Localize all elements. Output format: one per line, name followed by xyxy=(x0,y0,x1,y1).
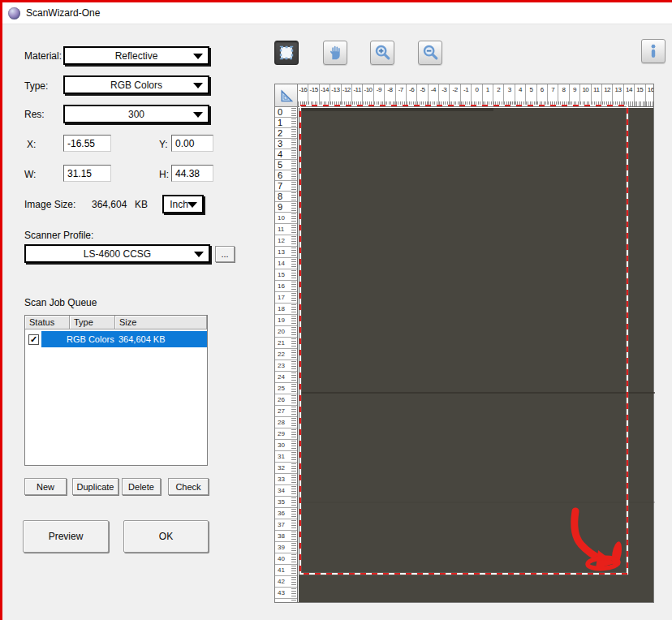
scanner-profile-combo[interactable]: LS-4600 CCSG xyxy=(24,244,210,263)
queue-row-checkbox[interactable]: ✓ xyxy=(28,334,39,345)
h-ruler-tick: 8 xyxy=(558,84,569,106)
v-ruler-tick: 31 xyxy=(275,451,297,463)
v-ruler-tick: 37 xyxy=(275,519,297,531)
queue-row[interactable]: ✓RGB Colors364,604 KB xyxy=(25,331,207,347)
v-ruler-tick: 36 xyxy=(275,508,297,519)
h-ruler-tick: -5 xyxy=(417,84,428,106)
image-size-value: 364,604 xyxy=(92,199,127,210)
v-ruler-tick: 3 xyxy=(275,139,297,149)
v-ruler-tick: 2 xyxy=(275,128,297,139)
v-ruler-tick: 4 xyxy=(275,149,297,160)
title-bar: ScanWizard-One xyxy=(2,2,672,24)
v-ruler-tick: 20 xyxy=(275,326,297,338)
w-label: W: xyxy=(24,169,36,180)
h-ruler-tick: 14 xyxy=(624,84,635,106)
vertical-ruler: 0123456789101112131415161718192021222324… xyxy=(275,107,298,602)
w-input[interactable] xyxy=(63,165,111,182)
v-ruler-tick: 33 xyxy=(275,474,297,485)
v-ruler-tick: 11 xyxy=(275,224,297,235)
annotation-border-left xyxy=(0,0,2,620)
queue-table-body: ✓RGB Colors364,604 KB xyxy=(25,331,207,347)
v-ruler-tick: 9 xyxy=(275,202,297,213)
v-ruler-tick: 12 xyxy=(275,235,297,247)
h-ruler-tick: 11 xyxy=(592,84,602,106)
v-ruler-tick: 30 xyxy=(275,440,297,451)
h-ruler-tick: -11 xyxy=(352,84,363,106)
h-ruler-tick: -14 xyxy=(320,84,330,106)
scan-preview-canvas[interactable] xyxy=(299,108,653,602)
queue-row-type: RGB Colors xyxy=(67,334,114,344)
hand-icon xyxy=(326,44,344,62)
h-input[interactable] xyxy=(171,165,213,182)
h-ruler-tick: -16 xyxy=(298,84,308,106)
unit-combo[interactable]: Inch xyxy=(162,195,204,213)
zoom-in-tool[interactable] xyxy=(370,41,394,65)
x-input[interactable] xyxy=(63,135,111,152)
h-ruler-tick: 12 xyxy=(602,84,613,106)
scanner-profile-label: Scanner Profile: xyxy=(24,230,93,241)
v-ruler-tick: 32 xyxy=(275,463,297,474)
delete-button[interactable]: Delete xyxy=(122,478,161,495)
column-header-size[interactable]: Size xyxy=(115,316,207,329)
queue-row-selection[interactable]: RGB Colors364,604 KB xyxy=(41,331,207,347)
h-ruler-tick: -13 xyxy=(330,84,341,106)
pan-hand-tool[interactable] xyxy=(323,41,347,65)
v-ruler-tick: 29 xyxy=(275,428,297,440)
scan-job-queue-table: Status Type Size ✓RGB Colors364,604 KB xyxy=(24,315,208,466)
marquee-select-tool[interactable] xyxy=(274,41,299,65)
v-ruler-tick: 25 xyxy=(275,383,297,394)
check-button[interactable]: Check xyxy=(168,478,209,495)
new-button[interactable]: New xyxy=(24,478,67,495)
v-ruler-tick: 23 xyxy=(275,360,297,372)
h-ruler-tick: -12 xyxy=(342,84,352,106)
ruler-corner-box[interactable] xyxy=(275,84,298,107)
v-ruler-tick: 0 xyxy=(275,107,297,118)
zoom-out-icon xyxy=(421,44,439,62)
v-ruler-tick: 10 xyxy=(275,213,297,224)
v-ruler-tick: 22 xyxy=(275,349,297,360)
v-ruler-tick: 5 xyxy=(275,160,297,170)
v-ruler-tick: 34 xyxy=(275,485,297,497)
image-size-unit: KB xyxy=(135,199,148,210)
h-ruler-tick: 10 xyxy=(580,84,591,106)
scan-job-queue-label: Scan Job Queue xyxy=(24,297,97,308)
v-ruler-tick: 44 xyxy=(275,599,297,602)
column-header-type[interactable]: Type xyxy=(70,316,115,329)
horizontal-ruler: -16-15-14-13-12-11-10-9-8-7-6-5-4-3-2-10… xyxy=(298,84,653,107)
v-ruler-tick: 41 xyxy=(275,565,297,576)
type-combo[interactable]: RGB Colors xyxy=(63,75,209,94)
column-header-status[interactable]: Status xyxy=(25,316,70,329)
v-ruler-tick: 35 xyxy=(275,497,297,508)
h-ruler-tick: -15 xyxy=(308,84,319,106)
h-ruler-tick: -6 xyxy=(407,84,417,106)
h-ruler-tick: -10 xyxy=(363,84,373,106)
h-ruler-tick: 6 xyxy=(537,84,548,106)
h-ruler-tick: -4 xyxy=(429,84,439,106)
chevron-down-icon xyxy=(194,252,204,257)
h-ruler-tick: 0 xyxy=(472,84,482,106)
material-label: Material: xyxy=(24,50,62,62)
v-ruler-tick: 6 xyxy=(275,170,297,181)
zoom-out-tool[interactable] xyxy=(418,41,442,65)
profile-more-button[interactable]: ... xyxy=(215,246,235,262)
v-ruler-tick: 14 xyxy=(275,258,297,269)
v-ruler-tick: 39 xyxy=(275,542,297,553)
h-ruler-tick: 2 xyxy=(493,84,504,106)
info-icon xyxy=(644,42,662,60)
chevron-down-icon xyxy=(193,112,203,118)
duplicate-button[interactable]: Duplicate xyxy=(72,478,118,495)
window-title: ScanWizard-One xyxy=(26,7,100,19)
res-label: Res: xyxy=(24,109,45,120)
ok-button[interactable]: OK xyxy=(123,520,209,553)
scan-preview-widget: -16-15-14-13-12-11-10-9-8-7-6-5-4-3-2-10… xyxy=(274,84,654,603)
preview-button[interactable]: Preview xyxy=(23,520,109,553)
y-label: Y: xyxy=(159,139,168,150)
info-tool[interactable] xyxy=(641,39,666,63)
res-combo[interactable]: 300 xyxy=(63,105,209,123)
y-input[interactable] xyxy=(171,135,213,152)
set-square-icon xyxy=(278,88,295,104)
material-combo[interactable]: Reflective xyxy=(63,46,209,65)
v-ruler-tick: 24 xyxy=(275,372,297,383)
h-ruler-tick: 3 xyxy=(504,84,515,106)
h-ruler-tick: 7 xyxy=(548,84,558,106)
